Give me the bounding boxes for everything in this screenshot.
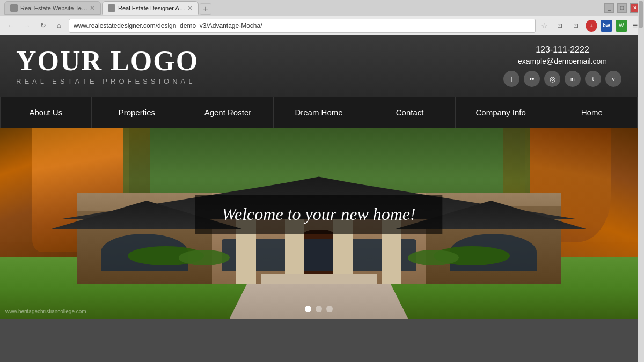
social-facebook[interactable]: f: [503, 71, 519, 87]
hero-banner: Welcome to your new home!: [195, 195, 442, 234]
tab-2-close[interactable]: ✕: [187, 4, 193, 12]
browser-tab-2[interactable]: Real Estate Designer Adva... ✕: [102, 1, 199, 15]
shrub-left-2: [179, 250, 230, 265]
social-linkedin[interactable]: in: [565, 71, 581, 87]
phone-number: 123-111-2222: [503, 45, 621, 55]
hero-dot-3[interactable]: [326, 306, 333, 312]
minimize-button[interactable]: _: [604, 3, 614, 13]
hero-dots: [305, 306, 333, 312]
nav-item-company-info[interactable]: Company Info: [456, 97, 547, 128]
email-address: example@demoemail.com: [503, 57, 621, 65]
extension-blue[interactable]: bw: [601, 20, 612, 32]
hero-dot-2[interactable]: [316, 306, 322, 312]
tab-2-icon: [108, 4, 115, 12]
hero-section: Welcome to your new home! www.heritagech…: [0, 128, 638, 319]
scrollbar-thumb[interactable]: [639, 1, 643, 28]
nav-item-contact[interactable]: Contact: [364, 97, 456, 128]
browser-titlebar: Real Estate Website Temp... ✕ Real Estat…: [0, 0, 644, 16]
social-icons: f •• ◎ in t v: [503, 71, 621, 87]
browser-menu-1[interactable]: ⊡: [553, 19, 566, 32]
nav-item-dream-home[interactable]: Dream Home: [274, 97, 365, 128]
forward-button[interactable]: →: [20, 19, 33, 32]
browser-chrome: Real Estate Website Temp... ✕ Real Estat…: [0, 0, 644, 35]
site-header: YOUR LOGO REAL ESTATE PROFESSIONAL 123-1…: [0, 35, 638, 97]
bookmark-button[interactable]: ☆: [541, 21, 548, 30]
browser-tab-1[interactable]: Real Estate Website Temp... ✕: [4, 1, 101, 15]
back-button[interactable]: ←: [4, 19, 17, 32]
browser-menu-2[interactable]: ⊡: [569, 19, 582, 32]
contact-area: 123-111-2222 example@demoemail.com f •• …: [503, 45, 621, 87]
site-tagline: REAL ESTATE PROFESSIONAL: [16, 77, 199, 85]
tab-2-label: Real Estate Designer Adva...: [118, 5, 187, 11]
hero-dot-1[interactable]: [305, 306, 311, 312]
page-wrapper: Real Estate Website Temp... ✕ Real Estat…: [0, 0, 644, 319]
hero-banner-text: Welcome to your new home!: [222, 204, 415, 224]
tab-1-icon: [10, 4, 18, 12]
browser-toolbar: ← → ↻ ⌂ www.realestatedesigner.com/desig…: [0, 16, 644, 35]
address-bar[interactable]: www.realestatedesigner.com/design_demo_v…: [69, 19, 536, 33]
social-flickr[interactable]: ••: [524, 71, 540, 87]
window-controls: _ □ ✕: [604, 3, 640, 13]
nav-item-properties[interactable]: Properties: [92, 97, 183, 128]
social-vimeo[interactable]: v: [605, 71, 621, 87]
extension-green[interactable]: W: [616, 20, 627, 32]
nav-item-about-us[interactable]: About Us: [0, 97, 92, 128]
nav-item-agent-roster[interactable]: Agent Roster: [182, 97, 274, 128]
house-steps: [261, 274, 377, 284]
browser-tabs: Real Estate Website Temp... ✕ Real Estat…: [4, 1, 600, 15]
site-logo: YOUR LOGO: [16, 47, 199, 75]
hero-watermark: www.heritagechristiancollege.com: [5, 308, 86, 314]
tab-1-close[interactable]: ✕: [90, 4, 95, 12]
tab-1-label: Real Estate Website Temp...: [20, 5, 90, 11]
extension-red[interactable]: +: [586, 20, 597, 32]
website-frame: YOUR LOGO REAL ESTATE PROFESSIONAL 123-1…: [0, 35, 638, 319]
maximize-button[interactable]: □: [617, 3, 627, 13]
scrollbar-vertical[interactable]: [638, 0, 644, 362]
navigation-bar: About Us Properties Agent Roster Dream H…: [0, 97, 638, 128]
logo-area: YOUR LOGO REAL ESTATE PROFESSIONAL: [16, 47, 199, 85]
shrub-right-2: [408, 250, 459, 265]
hero-image: Welcome to your new home! www.heritagech…: [0, 128, 638, 319]
url-text: www.realestatedesigner.com/design_demo_v…: [74, 22, 262, 29]
new-tab-button[interactable]: +: [200, 3, 211, 15]
nav-item-home[interactable]: Home: [546, 97, 638, 128]
social-instagram[interactable]: ◎: [544, 71, 560, 87]
home-button[interactable]: ⌂: [53, 19, 65, 32]
social-twitter[interactable]: t: [585, 71, 601, 87]
refresh-button[interactable]: ↻: [36, 19, 49, 32]
